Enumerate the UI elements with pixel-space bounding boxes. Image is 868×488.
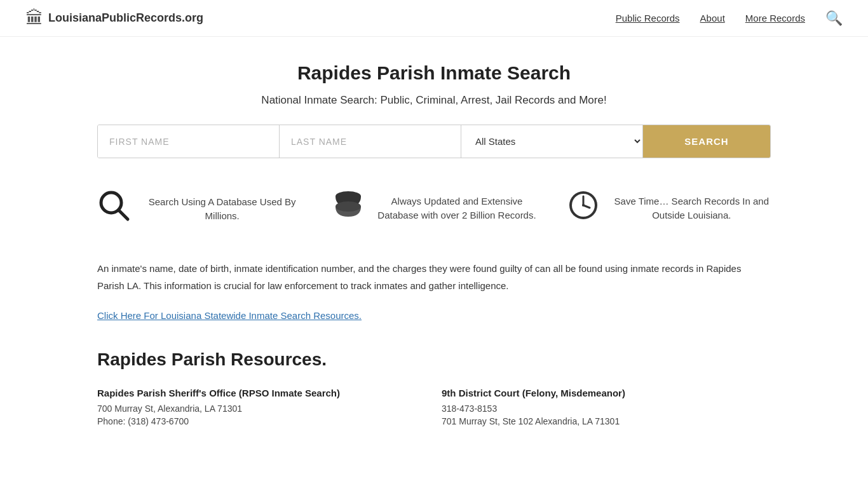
first-name-input[interactable] [98, 125, 280, 158]
resource-court: 9th District Court (Felony, Misdemeanor)… [442, 388, 771, 429]
last-name-input[interactable] [280, 125, 461, 158]
clock-icon [567, 189, 600, 228]
site-header: 🏛 LouisianaPublicRecords.org Public Reco… [0, 0, 868, 37]
nav-public-records[interactable]: Public Records [616, 13, 680, 24]
resources-grid: Rapides Parish Sheriff's Office (RPSO In… [97, 388, 771, 429]
logo[interactable]: 🏛 LouisianaPublicRecords.org [25, 8, 203, 29]
resource-sheriff-name: Rapides Parish Sheriff's Office (RPSO In… [97, 388, 426, 398]
magnify-icon [97, 189, 130, 229]
main-content: Rapides Parish Inmate Search National In… [85, 37, 783, 467]
nav-about[interactable]: About [700, 13, 725, 24]
features-row: Search Using A Database Used By Millions… [97, 189, 771, 229]
logo-icon: 🏛 [25, 8, 43, 29]
resource-sheriff: Rapides Parish Sheriff's Office (RPSO In… [97, 388, 426, 429]
logo-text: LouisianaPublicRecords.org [48, 11, 203, 25]
nav-more-records[interactable]: More Records [745, 13, 805, 24]
search-icon[interactable]: 🔍 [825, 10, 843, 27]
feature-search: Search Using A Database Used By Millions… [97, 189, 301, 229]
resource-sheriff-phone: Phone: (318) 473-6700 [97, 416, 426, 426]
search-bar: All StatesAlabamaAlaskaArizonaArkansasCa… [97, 125, 771, 158]
resource-court-address: 701 Murray St, Ste 102 Alexandria, LA 71… [442, 416, 771, 426]
database-icon [332, 189, 365, 228]
page-title: Rapides Parish Inmate Search [97, 62, 771, 84]
main-nav: Public Records About More Records 🔍 [616, 10, 843, 27]
state-select[interactable]: All StatesAlabamaAlaskaArizonaArkansasCa… [461, 125, 643, 158]
feature-database-text: Always Updated and Extensive Database wi… [377, 194, 536, 223]
svg-point-8 [582, 204, 585, 207]
svg-point-3 [336, 201, 361, 212]
resource-sheriff-address: 700 Murray St, Alexandria, LA 71301 [97, 403, 426, 414]
feature-database: Always Updated and Extensive Database wi… [332, 189, 536, 228]
description-section: An inmate's name, date of birth, inmate … [97, 260, 771, 324]
statewide-link[interactable]: Click Here For Louisiana Statewide Inmat… [97, 310, 362, 321]
feature-time-text: Save Time… Search Records In and Outside… [613, 194, 771, 223]
resource-court-name: 9th District Court (Felony, Misdemeanor) [442, 388, 771, 398]
search-button[interactable]: SEARCH [643, 125, 770, 158]
resource-court-phone: 318-473-8153 [442, 403, 771, 414]
feature-search-text: Search Using A Database Used By Millions… [143, 195, 301, 224]
feature-time: Save Time… Search Records In and Outside… [567, 189, 771, 228]
svg-line-1 [119, 210, 128, 219]
description-text: An inmate's name, date of birth, inmate … [97, 260, 771, 294]
page-subtitle: National Inmate Search: Public, Criminal… [97, 94, 771, 107]
resources-title: Rapides Parish Resources. [97, 349, 771, 370]
